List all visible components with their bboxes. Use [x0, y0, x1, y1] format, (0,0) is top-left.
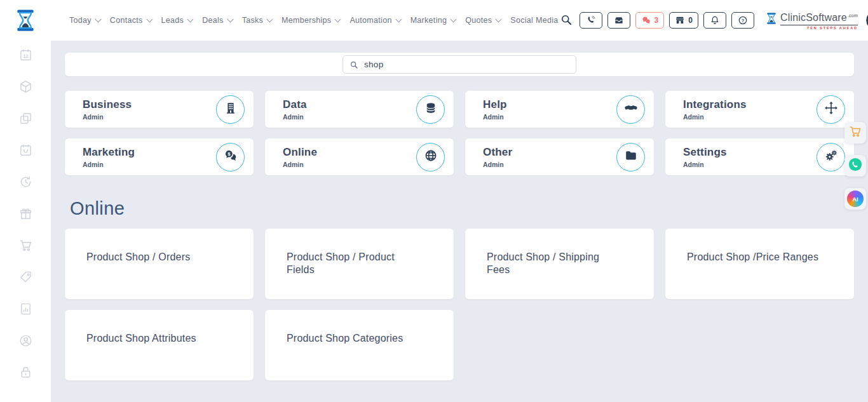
menu-item-label: Automation — [349, 16, 391, 25]
category-icon-circle — [616, 143, 645, 171]
sidebar-item-history[interactable] — [17, 176, 34, 191]
ai-assistant-widget[interactable]: AI — [844, 188, 866, 210]
brand-hourglass-icon — [765, 11, 778, 29]
category-card-other[interactable]: OtherAdmin — [465, 138, 654, 175]
category-subtitle: Admin — [483, 113, 616, 121]
cube-icon — [18, 79, 33, 97]
store-button[interactable]: 0 — [669, 12, 698, 29]
category-grid: BusinessAdminDataAdminHelpAdminIntegrati… — [65, 91, 854, 175]
globe-icon — [424, 149, 438, 165]
phone-button[interactable] — [580, 12, 602, 29]
sidebar-item-shop[interactable] — [17, 239, 34, 254]
brand-name: ClinicSoftware — [780, 13, 847, 23]
menu-item-today[interactable]: Today — [68, 13, 102, 27]
action-buttons: 30? — [580, 12, 754, 29]
sidebar-item-reports[interactable] — [17, 303, 34, 318]
sidebar-item-products[interactable] — [17, 81, 34, 95]
result-title: Product Shop /Price Ranges — [687, 251, 818, 262]
sidebar-item-security[interactable] — [17, 366, 34, 381]
svg-text:$: $ — [227, 151, 231, 157]
sidebar-item-appointments[interactable] — [17, 144, 34, 159]
top-navbar: TodayContactsLeadsDealsTasksMembershipsA… — [0, 0, 868, 41]
menu-item-marketing[interactable]: Marketing — [409, 13, 458, 27]
category-icon-circle: $ — [216, 143, 245, 171]
search-icon[interactable] — [560, 13, 574, 27]
menu-item-label: Memberships — [281, 16, 331, 25]
category-card-data[interactable]: DataAdmin — [265, 91, 454, 128]
menu-item-label: Tasks — [242, 16, 263, 25]
result-title: Product Shop Categories — [287, 333, 403, 344]
chevron-down-icon — [335, 16, 341, 22]
inbox-button[interactable] — [607, 12, 630, 29]
menu-item-quotes[interactable]: Quotes — [464, 13, 502, 27]
sidebar-item-documents[interactable] — [17, 112, 34, 127]
menu-item-social-media[interactable]: Social Media — [509, 13, 559, 27]
database-icon — [424, 101, 438, 117]
chevron-down-icon — [227, 16, 233, 22]
help-button[interactable]: ? — [731, 12, 754, 29]
category-title: Online — [283, 146, 416, 159]
gears-icon — [824, 149, 838, 165]
menu-item-automation[interactable]: Automation — [348, 13, 402, 27]
category-subtitle: Admin — [83, 113, 216, 121]
chevron-down-icon — [451, 16, 457, 22]
category-title: Help — [483, 98, 616, 111]
calendar-12-icon: 12 — [18, 48, 33, 65]
category-subtitle: Admin — [483, 161, 616, 168]
sidebar-item-support[interactable] — [17, 335, 34, 349]
search-icon — [349, 60, 358, 69]
category-card-integrations[interactable]: IntegrationsAdmin — [665, 91, 854, 128]
result-card-product-shop-categories[interactable]: Product Shop Categories — [265, 310, 454, 380]
menu-item-contacts[interactable]: Contacts — [109, 13, 153, 27]
chevron-down-icon — [395, 16, 402, 22]
brand-tld: .com — [848, 13, 858, 18]
category-text: BusinessAdmin — [83, 98, 216, 121]
magnifier-icon — [560, 13, 573, 27]
category-card-business[interactable]: BusinessAdmin — [65, 91, 254, 128]
category-card-help[interactable]: HelpAdmin — [465, 91, 654, 128]
svg-text:?: ? — [742, 18, 745, 23]
category-title: Data — [283, 98, 416, 111]
chevron-down-icon — [187, 16, 194, 22]
category-card-marketing[interactable]: MarketingAdmin$ — [65, 138, 254, 175]
svg-text:12: 12 — [23, 54, 28, 59]
sidebar-item-offers[interactable] — [17, 271, 34, 286]
shop-widget[interactable] — [844, 122, 866, 144]
sidebar-item-gifts[interactable] — [17, 208, 34, 222]
brand-tagline: TEN STEPS AHEAD — [780, 25, 858, 30]
sidebar: 12 — [0, 41, 51, 402]
notifications-button[interactable] — [703, 12, 726, 29]
whatsapp-widget[interactable] — [844, 155, 866, 177]
result-card-product-shop-attributes[interactable]: Product Shop Attributes — [65, 310, 254, 380]
chevron-down-icon — [267, 16, 273, 22]
sidebar-item-calendar[interactable]: 12 — [17, 49, 34, 64]
menu-item-tasks[interactable]: Tasks — [241, 13, 273, 27]
result-card-product-shop-product-fields[interactable]: Product Shop / Product Fields — [265, 229, 454, 299]
chevron-down-icon — [146, 16, 153, 22]
category-icon-circle — [616, 95, 645, 124]
category-card-settings[interactable]: SettingsAdmin — [665, 138, 854, 175]
result-card-product-shop-price-ranges[interactable]: Product Shop /Price Ranges — [665, 229, 854, 299]
app-logo[interactable] — [13, 6, 37, 34]
category-title: Settings — [683, 146, 817, 159]
menu-item-deals[interactable]: Deals — [201, 13, 233, 27]
handshake-icon — [624, 101, 638, 117]
lock-icon — [18, 365, 33, 382]
tags-icon — [18, 270, 33, 287]
menu-item-label: Today — [69, 16, 92, 25]
result-card-product-shop-shipping-fees[interactable]: Product Shop / Shipping Fees — [465, 229, 654, 299]
menu-item-memberships[interactable]: Memberships — [280, 13, 341, 27]
whatsapp-icon — [848, 157, 862, 174]
category-icon-circle — [416, 143, 445, 171]
chat-button[interactable]: 3 — [635, 12, 665, 29]
move-arrows-icon — [824, 101, 838, 117]
category-text: SettingsAdmin — [683, 146, 817, 168]
menu-item-leads[interactable]: Leads — [160, 13, 194, 27]
result-card-product-shop-orders[interactable]: Product Shop / Orders — [65, 229, 254, 299]
category-text: MarketingAdmin — [83, 146, 216, 168]
category-subtitle: Admin — [83, 161, 216, 168]
menu-item-label: Marketing — [410, 16, 447, 25]
category-card-online[interactable]: OnlineAdmin — [265, 138, 454, 175]
search-input[interactable] — [363, 59, 569, 70]
bell-icon — [710, 15, 720, 25]
